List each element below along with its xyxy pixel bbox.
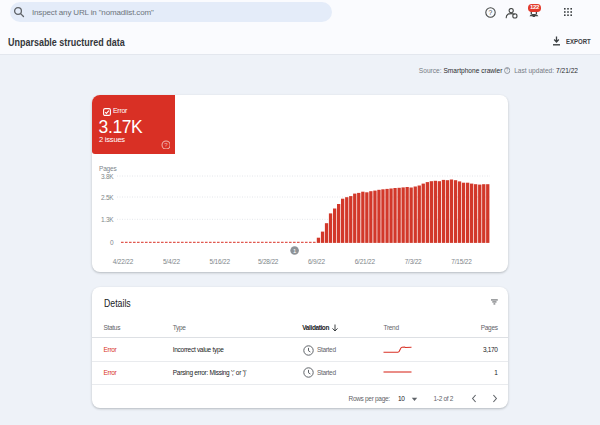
svg-text:6/21/22: 6/21/22 (355, 258, 376, 265)
svg-text:3.8K: 3.8K (101, 173, 114, 180)
svg-text:?: ? (488, 9, 492, 16)
svg-text:5/28/22: 5/28/22 (258, 258, 279, 265)
svg-text:7/15/22: 7/15/22 (451, 258, 472, 265)
svg-text:1.3K: 1.3K (101, 216, 114, 223)
svg-text:2.5K: 2.5K (101, 194, 114, 201)
svg-text:?: ? (164, 141, 168, 148)
svg-text:0: 0 (110, 239, 114, 246)
svg-text:7/3/22: 7/3/22 (405, 258, 422, 265)
svg-text:5/4/22: 5/4/22 (163, 258, 180, 265)
svg-text:4/22/22: 4/22/22 (113, 258, 134, 265)
svg-text:?: ? (506, 68, 509, 73)
svg-text:6/9/22: 6/9/22 (308, 258, 325, 265)
svg-text:5/16/22: 5/16/22 (210, 258, 231, 265)
